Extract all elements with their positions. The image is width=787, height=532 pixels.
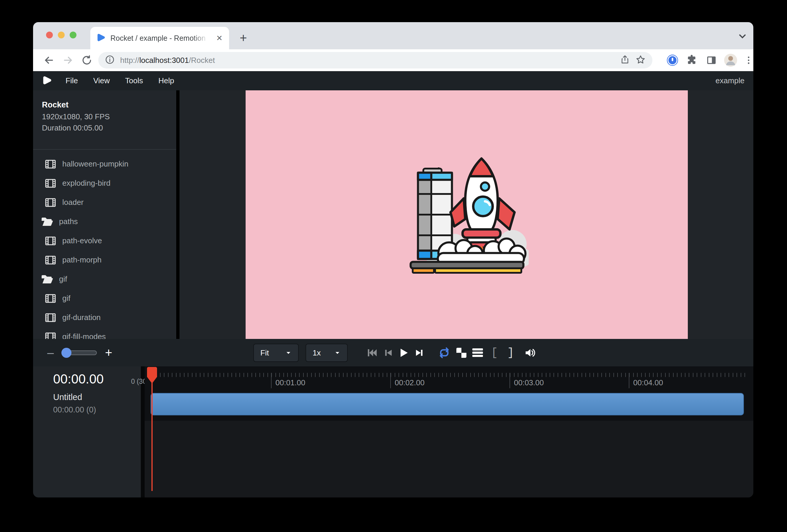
in-point-button[interactable]: [ xyxy=(487,339,503,366)
password-manager-extension-icon[interactable] xyxy=(665,52,680,68)
composition-folder[interactable]: gif xyxy=(33,270,176,289)
ruler-second-tick xyxy=(271,373,272,388)
ruler-label: 00:03.00 xyxy=(514,378,544,387)
track-timecode: 00:00.00 (0) xyxy=(53,405,96,414)
menu-help[interactable]: Help xyxy=(151,76,182,85)
project-name-label: example xyxy=(716,76,744,85)
forward-button[interactable] xyxy=(60,52,76,68)
film-icon xyxy=(45,294,56,303)
playhead-handle[interactable] xyxy=(147,367,157,383)
film-icon xyxy=(45,236,56,245)
chevron-down-icon xyxy=(334,349,341,356)
reload-button[interactable] xyxy=(79,52,94,68)
volume-button[interactable] xyxy=(522,339,537,366)
mac-close-button[interactable] xyxy=(46,31,53,38)
new-tab-button[interactable]: + xyxy=(240,34,247,43)
composition-list: halloween-pumpkin exploding-bird loader … xyxy=(33,154,176,339)
url-bar[interactable]: http://localhost:3001/Rocket xyxy=(98,52,652,68)
composition-item[interactable]: exploding-bird xyxy=(33,174,176,193)
film-icon xyxy=(45,198,56,207)
remotion-favicon-icon xyxy=(95,33,106,44)
composition-item[interactable]: halloween-pumpkin xyxy=(33,154,176,174)
timeline-rows-button[interactable] xyxy=(470,339,486,366)
timeline-info-panel: 00:00.00 0 (30 fps) Untitled 00:00.00 (0… xyxy=(33,366,141,497)
preview-stage xyxy=(179,90,753,339)
sidebar-resize-handle[interactable] xyxy=(176,90,179,339)
main-area: Rocket 1920x1080, 30 FPS Duration 00:05.… xyxy=(33,90,753,339)
back-button[interactable] xyxy=(41,52,57,68)
tab-close-icon[interactable]: ✕ xyxy=(215,34,224,43)
composition-resolution: 1920x1080, 30 FPS xyxy=(42,112,110,121)
current-timecode: 00:00.00 xyxy=(53,372,104,386)
composition-item[interactable]: gif xyxy=(33,289,176,308)
timeline-empty-area xyxy=(145,421,753,497)
film-icon xyxy=(45,313,56,322)
composition-item[interactable]: gif-fill-modes xyxy=(33,327,176,339)
ruler-second-tick xyxy=(629,373,630,388)
timeline-track-bar[interactable] xyxy=(151,393,744,416)
sidebar-divider xyxy=(33,149,176,150)
menu-view[interactable]: View xyxy=(86,76,118,85)
open-folder-icon xyxy=(41,274,53,284)
menu-file[interactable]: File xyxy=(58,76,86,85)
ruler-label: 00:01.00 xyxy=(275,378,305,387)
tab-search-chevron-icon[interactable] xyxy=(737,31,748,43)
film-icon xyxy=(45,160,56,169)
browser-window: Rocket / example - Remotion P ✕ + http:/… xyxy=(33,22,753,497)
browser-tab[interactable]: Rocket / example - Remotion P ✕ xyxy=(90,27,229,49)
composition-item[interactable]: path-morph xyxy=(33,250,176,270)
ruler-second-tick xyxy=(510,373,510,388)
zoom-slider-thumb[interactable] xyxy=(61,348,71,358)
browser-menu-kebab-icon[interactable] xyxy=(741,52,753,68)
current-composition-name: Rocket xyxy=(42,100,68,109)
out-point-button[interactable]: ] xyxy=(503,339,519,366)
previous-frame-button[interactable] xyxy=(380,339,396,366)
mac-zoom-button[interactable] xyxy=(70,31,77,38)
site-info-icon[interactable] xyxy=(105,55,115,66)
playhead-line xyxy=(151,375,153,491)
timeline-section: 00:00.00 0 (30 fps) Untitled 00:00.00 (0… xyxy=(33,366,753,497)
zoom-out-button[interactable]: – xyxy=(43,339,58,366)
composition-item[interactable]: path-evolve xyxy=(33,231,176,250)
timeline-ruler[interactable] xyxy=(152,373,748,377)
side-panel-icon[interactable] xyxy=(704,52,719,68)
app-menu-bar: File View Tools Help example xyxy=(33,71,753,90)
playback-speed-dropdown[interactable]: 1x xyxy=(305,344,348,362)
composition-item[interactable]: gif-duration xyxy=(33,308,176,327)
browser-toolbar: http://localhost:3001/Rocket xyxy=(33,49,753,71)
film-icon xyxy=(45,256,56,264)
composition-folder[interactable]: paths xyxy=(33,212,176,231)
skip-to-start-button[interactable] xyxy=(364,339,380,366)
video-canvas[interactable] xyxy=(246,90,688,339)
open-folder-icon xyxy=(41,217,53,227)
transparency-checkerboard-button[interactable] xyxy=(453,339,469,366)
film-icon xyxy=(45,179,56,188)
chevron-down-icon xyxy=(285,349,292,356)
tab-title: Rocket / example - Remotion P xyxy=(110,34,210,43)
ruler-second-tick xyxy=(390,373,391,388)
next-frame-button[interactable] xyxy=(411,339,427,366)
tab-strip: Rocket / example - Remotion P ✕ + xyxy=(33,22,753,49)
composition-item[interactable]: loader xyxy=(33,193,176,212)
composition-duration: Duration 00:05.00 xyxy=(42,123,103,132)
url-text: http://localhost:3001/Rocket xyxy=(120,56,615,65)
loop-toggle-button[interactable] xyxy=(436,339,452,366)
compositions-sidebar: Rocket 1920x1080, 30 FPS Duration 00:05.… xyxy=(33,90,176,339)
play-button[interactable] xyxy=(396,339,411,366)
profile-avatar[interactable] xyxy=(723,52,738,68)
film-icon xyxy=(45,333,56,339)
ruler-label: 00:02.00 xyxy=(395,378,425,387)
rocket-illustration xyxy=(405,155,529,274)
remotion-logo-icon[interactable] xyxy=(41,75,52,87)
menu-tools[interactable]: Tools xyxy=(118,76,151,85)
ruler-label: 00:04.00 xyxy=(633,378,663,387)
extensions-puzzle-icon[interactable] xyxy=(684,52,699,68)
share-icon[interactable] xyxy=(620,55,630,66)
playback-control-bar: – + Fit 1x [ xyxy=(33,339,753,366)
mac-minimize-button[interactable] xyxy=(58,31,65,38)
track-name: Untitled xyxy=(53,392,82,402)
canvas-size-dropdown[interactable]: Fit xyxy=(253,344,299,362)
bookmark-star-icon[interactable] xyxy=(635,54,646,66)
zoom-in-button[interactable]: + xyxy=(101,339,116,366)
timeline-tracks-area[interactable]: 00:01.00 00:02.00 00:03.00 00:04.00 xyxy=(145,366,753,497)
